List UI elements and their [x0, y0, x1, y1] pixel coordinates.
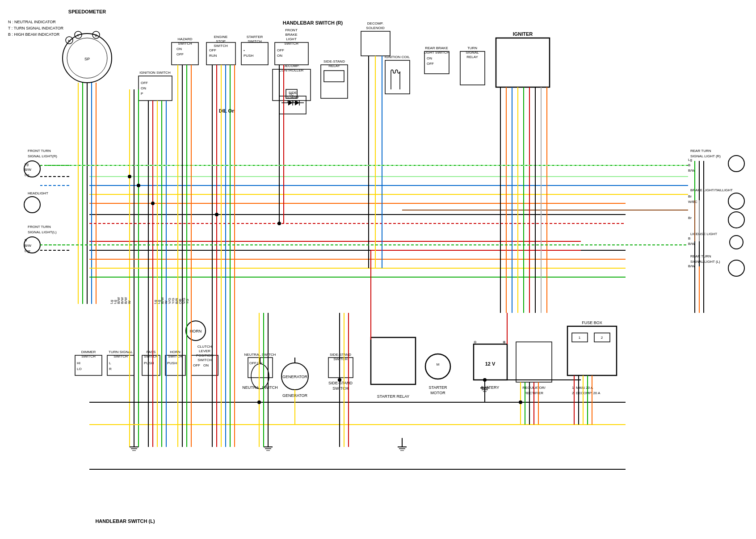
front-brake-light-switch-label: FRONT [285, 28, 298, 32]
igniter-label: IGNITER [513, 31, 533, 37]
svg-text:SWITCH: SWITCH [332, 386, 349, 391]
svg-point-250 [338, 378, 341, 382]
svg-text:OFF: OFF [141, 81, 148, 85]
svg-text:POSITION: POSITION [196, 354, 213, 358]
turn-signal-relay-label: TURN [467, 46, 477, 50]
front-turn-signal-r-label: FRONT TURN [28, 149, 51, 153]
svg-text:Br: Br [688, 216, 692, 220]
svg-text:SWITCH: SWITCH [248, 39, 262, 43]
svg-text:Dg: Dg [25, 173, 29, 177]
svg-text:•: • [244, 48, 245, 52]
svg-text:OFF: OFF [176, 52, 184, 56]
svg-text:SWITCH: SWITCH [284, 42, 298, 46]
svg-text:⊕: ⊕ [503, 340, 506, 344]
pass-switch-label: PASS [147, 350, 156, 354]
svg-text:R: R [109, 367, 112, 371]
svg-text:RELAY: RELAY [466, 55, 478, 59]
svg-text:YG: YG [185, 299, 189, 304]
svg-text:LIGHT SWITCH: LIGHT SWITCH [424, 51, 449, 55]
svg-text:OFF: OFF [249, 361, 256, 365]
svg-text:OFF: OFF [209, 48, 216, 52]
svg-point-185 [277, 222, 281, 225]
svg-text:B/W: B/W [688, 168, 695, 173]
fuse-box-label: FUSE BOX [582, 320, 602, 325]
rear-turn-signal-l-label: REAR TURN [690, 254, 711, 258]
ignition-coil-label: IGNITION COIL [385, 55, 410, 59]
svg-text:SWITCH: SWITCH [168, 354, 182, 358]
svg-text:OFF: OFF [427, 62, 434, 66]
svg-text:SIGNAL LIGHT(R): SIGNAL LIGHT(R) [28, 154, 57, 158]
svg-text:B/W: B/W [25, 244, 32, 248]
svg-text:SIGNAL: SIGNAL [466, 51, 479, 55]
brake-light-taillight-label: BRAKE LIGHT/TAILLIGHT [690, 188, 733, 192]
svg-text:RUN: RUN [209, 54, 217, 58]
svg-point-252 [519, 400, 522, 404]
starter-motor-label: STARTER [428, 385, 447, 390]
horn-switch-label: HORN [170, 350, 181, 354]
ignition-switch-label: IGNITION SWITCH [139, 71, 171, 75]
svg-text:LIGHT: LIGHT [286, 37, 297, 41]
svg-point-182 [137, 184, 140, 187]
clutch-switch-label: CLUTCH [197, 345, 212, 349]
handlebar-switch-r-label: HANDLEBAR SWITCH (R) [283, 20, 343, 25]
svg-text:SIGNAL LIGHT(L): SIGNAL LIGHT(L) [28, 230, 57, 234]
svg-text:ON: ON [141, 86, 146, 90]
svg-text:B/W: B/W [688, 242, 695, 246]
svg-text:P: P [141, 92, 143, 96]
side-stand-switch-label: SIDE-STAND [330, 353, 351, 357]
starter-motor-m: M [437, 362, 440, 366]
svg-text:STOP: STOP [216, 39, 226, 43]
svg-text:ON: ON [277, 54, 282, 58]
side-stand-relay-label: SIDE-STAND [323, 59, 345, 63]
svg-text:SWITCH: SWITCH [81, 354, 96, 358]
fuse1-label: 1: MAIN 20 A [572, 386, 593, 390]
svg-text:TC: TC [289, 93, 294, 97]
svg-text:ON: ON [427, 56, 432, 60]
svg-text:PUSH: PUSH [244, 54, 253, 58]
svg-text:B: B [95, 34, 97, 38]
svg-text:SIGNAL LIGHT (R): SIGNAL LIGHT (R) [690, 154, 721, 158]
svg-text:PUSH: PUSH [167, 361, 177, 365]
svg-text:W: W [127, 300, 131, 304]
handlebar-switch-l-label: HANDLEBAR SWITCH (L) [95, 518, 155, 524]
svg-text:B: B [25, 238, 27, 242]
svg-text:SWITCH: SWITCH [144, 354, 158, 358]
svg-text:HI: HI [77, 361, 80, 365]
svg-text:OFF: OFF [193, 363, 200, 367]
engine-stop-switch-label: ENGINE [214, 35, 228, 39]
rear-brake-light-switch-label: REAR BRAKE [425, 46, 448, 50]
svg-text:T: T [77, 34, 80, 38]
dimmer-switch-label: DIMMER [81, 350, 96, 354]
svg-text:SWITCH: SWITCH [197, 358, 212, 362]
svg-text:⊖: ⊖ [474, 340, 477, 344]
svg-text:B: B [688, 236, 690, 240]
decomp-solenoid-label: DECOMP. [367, 21, 383, 25]
svg-point-249 [257, 400, 261, 404]
svg-point-183 [151, 202, 155, 205]
fuse2-label: 2: DECOMP. 20 A [572, 391, 601, 395]
svg-text:1: 1 [579, 336, 581, 340]
svg-text:SWITCH: SWITCH [178, 42, 192, 46]
front-turn-signal-l-label: FRONT TURN [28, 225, 51, 229]
svg-text:B/W: B/W [25, 168, 32, 172]
svg-text:SWITCH: SWITCH [333, 357, 348, 361]
svg-text:ON: ON [176, 47, 182, 51]
svg-text:BRAKE: BRAKE [285, 33, 297, 37]
svg-text:Br: Br [688, 194, 692, 198]
svg-text:B: B [688, 163, 690, 167]
svg-point-184 [215, 213, 218, 216]
svg-text:W/BC: W/BC [688, 200, 697, 204]
rear-turn-signal-r-label: REAR TURN [690, 149, 711, 153]
svg-text:MOTOR: MOTOR [430, 391, 445, 395]
svg-text:CONTROLLER: CONTROLLER [279, 68, 304, 72]
wiring-diagram: N : NEUTRAL INDICATOR T : TURN SIGNAL IN… [0, 0, 756, 539]
starter-relay-label: STARTER RELAY [377, 394, 410, 399]
hazard-switch-label: HAZARD [178, 37, 193, 41]
svg-text:SP: SP [84, 57, 90, 61]
svg-text:ON: ON [203, 363, 209, 367]
decomp-controller-label: DECOMP. [283, 64, 299, 68]
svg-point-181 [128, 175, 131, 178]
starter-switch-label: STARTER [247, 35, 263, 39]
headlight-label: HEADLIGHT [28, 191, 48, 195]
svg-text:L: L [109, 361, 111, 365]
